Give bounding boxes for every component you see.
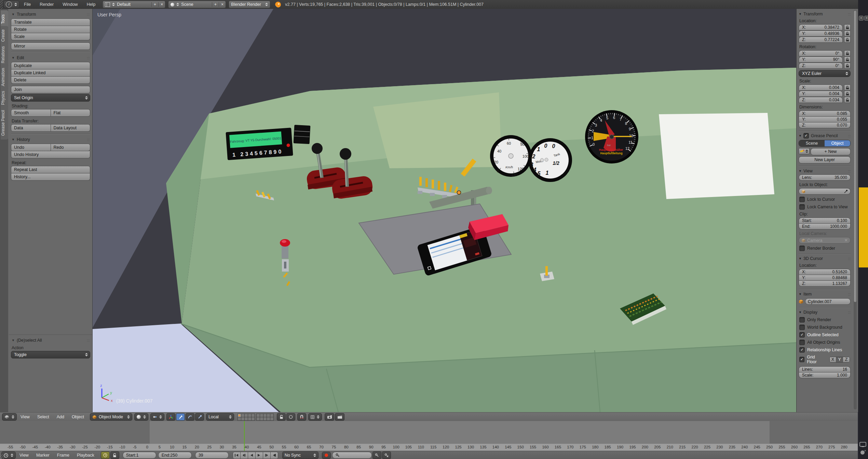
clip-start-field[interactable]: Start:0.100 xyxy=(799,218,851,224)
scale-x-field[interactable]: X:0.004 xyxy=(799,84,843,91)
jump-to-end-button[interactable] xyxy=(271,452,278,459)
scale-y-field[interactable]: Y:0.004 xyxy=(799,91,843,97)
grease-pencil-icon-button[interactable] xyxy=(799,148,810,154)
clear-icon[interactable]: ✕ xyxy=(844,238,848,243)
shading-dropdown[interactable] xyxy=(134,413,148,421)
grease-source-toggle[interactable]: Scene Object xyxy=(799,140,851,147)
scale-manipulator-button[interactable] xyxy=(195,413,204,421)
new-layer-button[interactable]: New Layer xyxy=(799,156,851,163)
panel-header-display[interactable]: ▼Display:::: xyxy=(799,309,851,315)
render-border-row[interactable]: Render Border xyxy=(799,246,850,251)
relationship-lines-row[interactable]: ✓Relationship Lines xyxy=(799,347,850,353)
dimension-x-field[interactable]: X:0.085 xyxy=(799,110,851,117)
menu-view[interactable]: View xyxy=(17,415,33,419)
checkbox[interactable] xyxy=(799,204,805,210)
speedometer-gauge[interactable]: 0 20 40 60 80 100 120 140 Km/h xyxy=(490,135,532,177)
lock-icon[interactable] xyxy=(844,50,851,56)
eyedropper-icon[interactable] xyxy=(844,189,848,194)
checkbox[interactable]: ✓ xyxy=(799,357,804,362)
only-render-row[interactable]: Only Render xyxy=(799,317,850,323)
play-reverse-button[interactable] xyxy=(248,452,256,459)
rotate-button[interactable]: Rotate xyxy=(11,26,90,33)
shade-smooth-button[interactable]: Smooth xyxy=(11,109,51,117)
dimension-z-field[interactable]: Z:0.070 xyxy=(799,122,851,128)
white-paper[interactable] xyxy=(659,113,774,199)
menu-add[interactable]: Add xyxy=(53,415,68,419)
mirror-button[interactable]: Mirror xyxy=(11,42,90,50)
translate-button[interactable]: Translate xyxy=(11,18,90,26)
panel-header-transform[interactable]: ▼Transform:::: xyxy=(799,11,851,17)
timeline-ruler[interactable]: -55-50-45-40-35-30-25-20-15-10-505101520… xyxy=(0,444,858,451)
panel-header-3d-cursor[interactable]: ▼3D Cursor:::: xyxy=(799,255,851,261)
menu-render[interactable]: Render xyxy=(35,0,58,9)
grid-y-toggle[interactable]: Y xyxy=(836,357,843,362)
grease-pencil-checkbox[interactable]: ✓ xyxy=(803,133,809,139)
checkbox[interactable] xyxy=(799,197,805,202)
material-sphere-icon[interactable]: + xyxy=(860,449,866,456)
panel-header-edit[interactable]: ▼ Edit :::: xyxy=(12,55,90,61)
tab-grease-pencil[interactable]: Grease Pencil xyxy=(1,106,8,140)
black-card-stack[interactable] xyxy=(294,125,311,144)
orientation-dropdown[interactable]: Local xyxy=(206,413,234,421)
cursor-z-field[interactable]: Z:1.13267 xyxy=(799,281,851,287)
opengl-render-anim-button[interactable] xyxy=(335,413,344,421)
delete-scene-button[interactable]: × xyxy=(219,2,223,7)
location-z-field[interactable]: Z:0.77224 xyxy=(799,37,843,43)
rotate-manipulator-button[interactable] xyxy=(186,413,194,421)
next-keyframe-button[interactable] xyxy=(263,452,271,459)
layer-group-2[interactable] xyxy=(256,414,273,420)
insert-keyframe-button[interactable] xyxy=(372,451,381,459)
scrollbar-thumb[interactable] xyxy=(854,11,856,302)
outline-selected-row[interactable]: ✓Outline Selected xyxy=(799,332,850,338)
item-name-field[interactable]: Cylinder.007 xyxy=(805,298,851,305)
scale-z-field[interactable]: Z:0.034 xyxy=(799,97,843,103)
editor-type-info-button[interactable]: i xyxy=(3,1,19,8)
panel-header-grease-pencil[interactable]: ▼ ✓ Grease Pencil:::: xyxy=(799,133,851,139)
lock-icon[interactable] xyxy=(844,24,851,30)
screen-icon[interactable] xyxy=(859,442,866,447)
grid-z-toggle[interactable]: Z xyxy=(843,357,850,362)
scale-button[interactable]: Scale xyxy=(11,33,90,40)
previous-keyframe-button[interactable] xyxy=(241,452,248,459)
tab-physics[interactable]: Physics xyxy=(1,88,8,108)
menu-file[interactable]: File xyxy=(19,0,35,9)
lock-icon[interactable] xyxy=(844,84,851,91)
frame-end-field[interactable]: End:250 xyxy=(158,452,192,459)
n-panel-scrollbar[interactable] xyxy=(854,10,857,409)
grease-scene-option[interactable]: Scene xyxy=(799,140,825,146)
menu-window[interactable]: Window xyxy=(58,0,82,9)
lock-frame-range-button[interactable] xyxy=(110,451,119,459)
lock-icon[interactable] xyxy=(844,30,851,37)
duplicate-button[interactable]: Duplicate xyxy=(11,62,90,69)
lock-icon[interactable] xyxy=(844,56,851,63)
cursor-x-field[interactable]: X:0.51620 xyxy=(799,269,851,275)
delete-button[interactable]: Delete xyxy=(11,77,90,84)
sync-dropdown[interactable]: No Sync xyxy=(282,451,318,459)
menu-playback[interactable]: Playback xyxy=(73,453,98,458)
menu-frame[interactable]: Frame xyxy=(53,453,73,458)
dimension-y-field[interactable]: Y:0.055 xyxy=(799,117,851,122)
menu-marker[interactable]: Marker xyxy=(32,453,53,458)
screen-layout-selector[interactable]: Default + × xyxy=(103,1,165,8)
tab-animation[interactable]: Animation xyxy=(1,64,8,90)
manipulator-toggle-button[interactable] xyxy=(166,413,175,421)
checkbox[interactable] xyxy=(799,340,805,345)
editor-type-3dview-button[interactable] xyxy=(2,413,17,421)
add-scene-button[interactable]: + xyxy=(212,2,217,7)
collapsed-editor-sliver[interactable]: + + + xyxy=(858,0,868,459)
menu-object[interactable]: Object xyxy=(68,415,88,419)
lock-icon[interactable] xyxy=(844,63,851,69)
opengl-render-still-button[interactable] xyxy=(325,413,334,421)
panel-header-view[interactable]: ▼View:::: xyxy=(799,168,851,174)
rotation-mode-dropdown[interactable]: XYZ Euler xyxy=(799,70,851,77)
scene-selector[interactable]: Scene + × xyxy=(168,1,226,8)
lock-to-scene-button[interactable] xyxy=(277,413,286,421)
current-frame-field[interactable]: 39 xyxy=(195,452,229,459)
panel-header-transform[interactable]: ▼ Transform :::: xyxy=(12,11,90,17)
location-x-field[interactable]: X:0.38472 xyxy=(799,24,843,30)
tab-create[interactable]: Create xyxy=(1,26,8,45)
frame-start-field[interactable]: Start:1 xyxy=(123,452,156,459)
lens-field[interactable]: Lens:35.000 xyxy=(799,174,851,181)
window-corner-hatch[interactable] xyxy=(0,0,3,9)
add-layout-button[interactable]: + xyxy=(151,2,156,7)
